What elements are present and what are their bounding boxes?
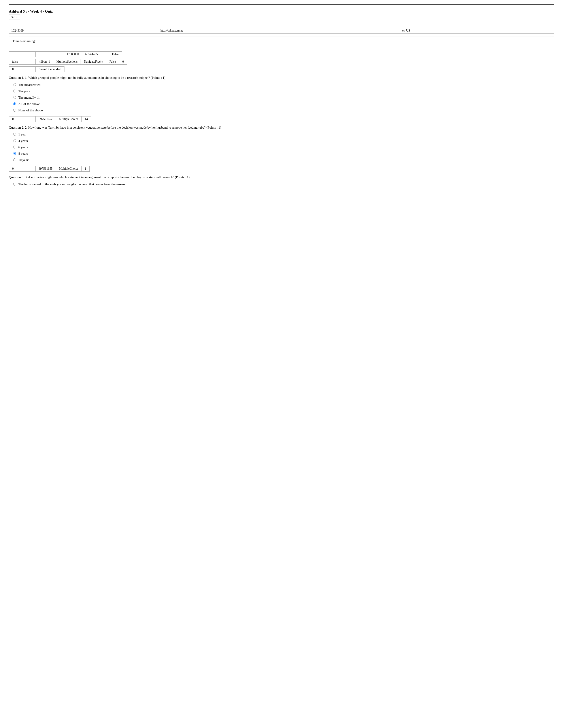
q2-meta-row: 0 697561655 MultipleChoice 1 [9, 166, 90, 172]
top-meta-table: 10243169 http://takeexam.ne en-US [9, 28, 554, 34]
meta-cell-locale: en-US [400, 28, 510, 34]
config-row3: 0 /main/CourseMod [9, 67, 64, 72]
q1-meta-c1: 0 [9, 116, 36, 122]
q1-meta-table: 0 697561652 MultipleChoice 14 [9, 116, 91, 122]
q1-meta-row: 0 697561652 MultipleChoice 14 [9, 116, 91, 122]
config-r1-c2 [36, 52, 62, 57]
question-2-block: Question 2. 2. How long was Terri Schiav… [9, 125, 554, 163]
q1-meta-c3: MultipleChoice [56, 116, 82, 122]
config-r1-c6: False [109, 52, 122, 57]
q2-radio-b[interactable] [13, 139, 16, 142]
config-r2-c6: 0 [119, 59, 127, 65]
q2-meta-table: 0 697561655 MultipleChoice 1 [9, 166, 90, 172]
config-r1-c4: 63544405 [82, 52, 101, 57]
q1-radio-b[interactable] [13, 90, 16, 92]
q3-label-a: The harm caused to the embryos outweighs… [18, 182, 128, 187]
q2-meta-c1: 0 [9, 166, 36, 172]
q1-option-c: The mentally ill [9, 95, 554, 100]
config-row2: false rldbqn=1 MultipleSections Navigate… [9, 59, 127, 65]
q1-bold-number: 1. [25, 76, 27, 79]
question-3-block: Question 3. 3. A utilitarian might use w… [9, 175, 554, 187]
header-separator [9, 23, 554, 23]
time-remaining-input[interactable] [38, 39, 56, 43]
config-r2-c5: False [106, 59, 119, 65]
meta-cell-url: http://takeexam.ne [158, 28, 400, 34]
q1-option-d: All of the above [9, 102, 554, 106]
q2-meta-c2: 697561655 [36, 166, 56, 172]
q2-option-c: 6 years [9, 145, 554, 150]
config-row2-table: false rldbqn=1 MultipleSections Navigate… [9, 59, 127, 65]
q1-meta-c2: 697561652 [36, 116, 56, 122]
config-r1-c5: 1 [101, 52, 109, 57]
config-r1-c3: 117083090 [62, 52, 82, 57]
q1-radio-e[interactable] [13, 109, 16, 112]
q1-option-b: The poor [9, 89, 554, 94]
question-1-block: Question 1. 1. Which group of people mig… [9, 75, 554, 113]
q2-label-d: 8 years [18, 151, 28, 156]
time-remaining-box: Time Remaining: [9, 36, 554, 46]
locale-badge: en-US [9, 15, 20, 19]
question-2-text: Question 2. 2. How long was Terri Schiav… [9, 125, 554, 130]
q1-option-a: The incarcerated [9, 83, 554, 87]
top-border [9, 4, 554, 5]
q1-label-d: All of the above [18, 102, 40, 106]
q2-label-a: 1 year [18, 132, 26, 137]
q2-radio-c[interactable] [13, 146, 16, 148]
q1-radio-a[interactable] [13, 83, 16, 86]
q1-radio-d[interactable] [13, 102, 16, 105]
q1-label-c: The mentally ill [18, 95, 39, 100]
q2-label-e: 10 years [18, 158, 29, 162]
config-r2-c3: MultipleSections [53, 59, 81, 65]
q2-radio-d[interactable] [13, 152, 16, 155]
q1-radio-c[interactable] [13, 96, 16, 99]
q1-label-e: None of the above [18, 108, 43, 113]
q2-option-a: 1 year [9, 132, 554, 137]
q2-bold-number: 2. [25, 126, 27, 129]
config-row1: 117083090 63544405 1 False [9, 52, 122, 57]
time-remaining-label: Time Remaining: [13, 39, 36, 43]
q1-option-e: None of the above [9, 108, 554, 113]
q3-radio-a[interactable] [13, 183, 16, 186]
q2-radio-a[interactable] [13, 133, 16, 136]
q2-label-b: 4 years [18, 139, 28, 143]
top-meta-row: 10243169 http://takeexam.ne en-US [9, 28, 554, 34]
q1-label-b: The poor [18, 89, 30, 94]
q2-option-b: 4 years [9, 139, 554, 143]
config-r2-c4: NavigateFreely [81, 59, 106, 65]
q1-label-a: The incarcerated [18, 83, 40, 87]
question-3-text: Question 3. 3. A utilitarian might use w… [9, 175, 554, 180]
q3-option-a: The harm caused to the embryos outweighs… [9, 182, 554, 187]
meta-cell-empty [510, 28, 554, 34]
question-1-text: Question 1. 1. Which group of people mig… [9, 75, 554, 80]
q2-meta-c4: 1 [81, 166, 89, 172]
config-r2-c2: rldbqn=1 [36, 59, 53, 65]
page-title: Ashford 5 : - Week 4 - Quiz [9, 9, 554, 14]
q2-meta-c3: MultipleChoice [56, 166, 82, 172]
config-r1-c1 [9, 52, 36, 57]
config-row3-table: 0 /main/CourseMod [9, 66, 64, 72]
q2-label-c: 6 years [18, 145, 28, 150]
config-r3-c2: /main/CourseMod [36, 67, 64, 72]
config-r3-c1: 0 [9, 67, 36, 72]
q2-option-d: 8 years [9, 151, 554, 156]
q3-bold-number: 3. [25, 175, 27, 179]
config-row1-table: 117083090 63544405 1 False [9, 51, 122, 57]
q2-radio-e[interactable] [13, 158, 16, 161]
q1-meta-c4: 14 [81, 116, 91, 122]
meta-cell-id: 10243169 [9, 28, 158, 34]
config-r2-c1: false [9, 59, 36, 65]
q2-option-e: 10 years [9, 158, 554, 162]
